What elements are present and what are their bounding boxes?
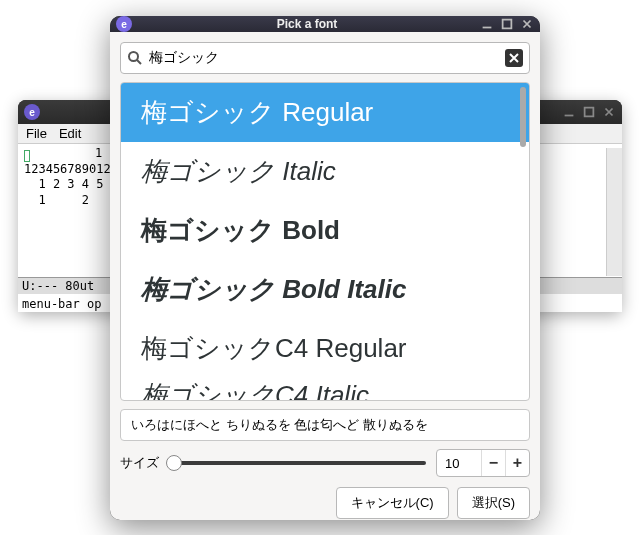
minimize-icon[interactable] [480,17,494,31]
size-decrease-button[interactable]: − [481,450,505,476]
size-spinner: − + [436,449,530,477]
size-increase-button[interactable]: + [505,450,529,476]
emacs-app-icon: e [24,104,40,120]
search-input[interactable] [149,50,499,66]
dialog-body: 梅ゴシック Regular 梅ゴシック Italic 梅ゴシック Bold 梅ゴ… [110,32,540,520]
size-slider[interactable] [169,453,426,473]
svg-rect-1 [585,108,594,117]
list-scrollbar-thumb[interactable] [520,87,526,147]
close-icon[interactable] [602,105,616,119]
svg-point-4 [129,52,138,61]
font-preview: いろはにほへと ちりぬるを 色は匂へど 散りぬるを [120,409,530,441]
minimize-icon[interactable] [562,105,576,119]
font-item[interactable]: 梅ゴシック Italic [121,142,529,201]
menu-edit[interactable]: Edit [59,126,81,141]
cancel-button[interactable]: キャンセル(C) [336,487,449,519]
size-input[interactable] [437,456,481,471]
font-list[interactable]: 梅ゴシック Regular 梅ゴシック Italic 梅ゴシック Bold 梅ゴ… [120,82,530,401]
close-icon[interactable] [520,17,534,31]
font-item[interactable]: 梅ゴシックC4 Regular [121,319,529,378]
emacs-scrollbar[interactable] [606,148,622,276]
svg-rect-2 [483,27,492,29]
font-item[interactable]: 梅ゴシック Bold Italic [121,260,529,319]
dialog-titlebar[interactable]: e Pick a font [110,16,540,32]
select-button[interactable]: 選択(S) [457,487,530,519]
slider-thumb[interactable] [166,455,182,471]
emacs-app-icon: e [116,16,132,32]
search-field[interactable] [120,42,530,74]
font-item[interactable]: 梅ゴシック Bold [121,201,529,260]
font-item[interactable]: 梅ゴシック Regular [121,83,529,142]
size-row: サイズ − + [120,449,530,477]
clear-search-button[interactable] [505,49,523,67]
maximize-icon[interactable] [582,105,596,119]
size-label: サイズ [120,454,159,472]
button-row: キャンセル(C) 選択(S) [120,487,530,519]
svg-rect-0 [565,115,574,117]
dialog-title: Pick a font [140,17,474,31]
maximize-icon[interactable] [500,17,514,31]
svg-rect-3 [503,20,512,29]
font-dialog: e Pick a font 梅ゴシック Regular 梅ゴシック Italic… [110,16,540,520]
menu-file[interactable]: File [26,126,47,141]
slider-track [169,461,426,465]
font-item[interactable]: 梅ゴシックC4 Italic [121,378,529,400]
search-icon [127,50,143,66]
backspace-icon [509,53,519,63]
